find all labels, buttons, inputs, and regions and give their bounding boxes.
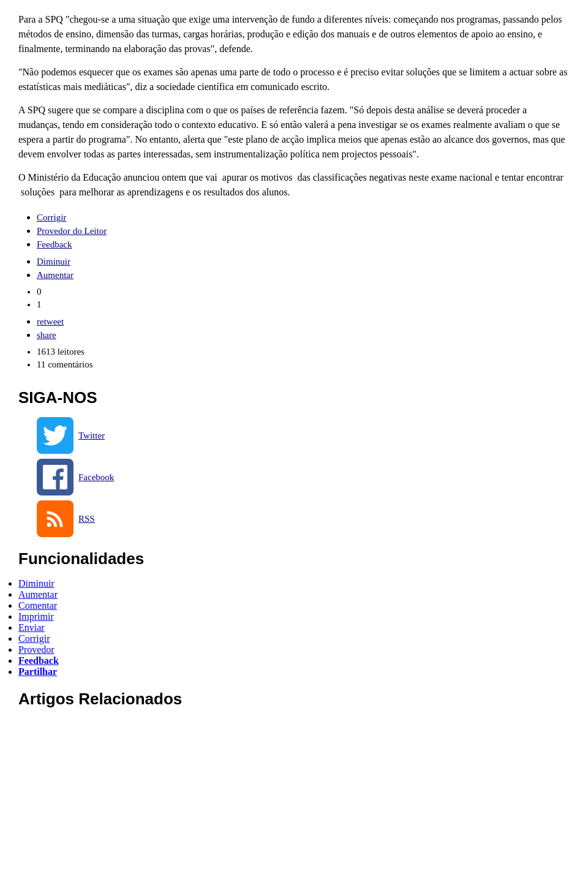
list-item: Partilhar bbox=[18, 666, 570, 677]
list-item: Aumentar bbox=[37, 269, 570, 281]
list-item: Diminuir bbox=[18, 578, 570, 589]
diminuir-link-2[interactable]: Diminuir bbox=[18, 578, 55, 589]
funcionalidades-section: Funcionalidades Diminuir Aumentar Coment… bbox=[18, 549, 570, 677]
twitter-icon bbox=[37, 417, 74, 454]
imprimir-link[interactable]: Imprimir bbox=[18, 611, 54, 622]
list-item: Enviar bbox=[18, 622, 570, 633]
diminuir-link-1[interactable]: Diminuir bbox=[37, 257, 70, 266]
comentarios-stat: 11 comentários bbox=[37, 360, 570, 370]
list-item: Feedback bbox=[37, 239, 570, 250]
twitter-link[interactable]: Twitter bbox=[78, 431, 105, 441]
rss-link[interactable]: RSS bbox=[78, 514, 95, 524]
links-group-3: retweet share bbox=[18, 316, 570, 341]
retweet-link[interactable]: retweet bbox=[37, 317, 64, 326]
links-group-1: Corrigir Provedor do Leitor Feedback bbox=[18, 212, 570, 250]
rss-icon bbox=[37, 500, 74, 537]
feedback-link-1[interactable]: Feedback bbox=[37, 239, 72, 249]
func-group-2: Comentar Imprimir Enviar bbox=[18, 600, 570, 633]
list-item: Imprimir bbox=[18, 611, 570, 622]
funcionalidades-heading: Funcionalidades bbox=[18, 549, 570, 568]
links-group-2: Diminuir Aumentar bbox=[18, 256, 570, 281]
feedback-link-2[interactable]: Feedback bbox=[18, 655, 59, 666]
stats-list: 1613 leitores 11 comentários bbox=[18, 347, 570, 370]
paragraph-2: "Não podemos esquecer que os exames são … bbox=[18, 65, 570, 94]
list-item: Aumentar bbox=[18, 589, 570, 600]
twitter-list-item: Twitter bbox=[37, 417, 570, 454]
share-link[interactable]: share bbox=[37, 330, 56, 340]
count-1: 1 bbox=[37, 299, 570, 310]
provedor-leitor-link[interactable]: Provedor do Leitor bbox=[37, 226, 107, 236]
list-item: Feedback bbox=[18, 655, 570, 666]
social-list: Twitter Facebook RSS bbox=[18, 417, 570, 537]
corrigir-link-2[interactable]: Corrigir bbox=[18, 633, 50, 644]
comentar-link[interactable]: Comentar bbox=[18, 600, 57, 611]
paragraph-1: Para a SPQ "chegou-se a uma situação que… bbox=[18, 12, 570, 56]
facebook-icon bbox=[37, 459, 74, 495]
links-section: Corrigir Provedor do Leitor Feedback Dim… bbox=[18, 212, 570, 370]
counts-list: 0 1 bbox=[18, 287, 570, 310]
article-body: Para a SPQ "chegou-se a uma situação que… bbox=[18, 12, 570, 200]
aumentar-link-2[interactable]: Aumentar bbox=[18, 589, 58, 600]
list-item: share bbox=[37, 330, 570, 341]
facebook-link[interactable]: Facebook bbox=[78, 472, 114, 483]
list-item: Corrigir bbox=[18, 633, 570, 644]
paragraph-4: O Ministério da Educação anunciou ontem … bbox=[18, 170, 570, 200]
siga-nos-heading: SIGA-NOS bbox=[18, 388, 570, 407]
provedor-link[interactable]: Provedor bbox=[18, 644, 55, 655]
paragraph-3: A SPQ sugere que se compare a disciplina… bbox=[18, 103, 570, 162]
count-0: 0 bbox=[37, 287, 570, 297]
leitores-stat: 1613 leitores bbox=[37, 347, 570, 357]
list-item: Comentar bbox=[18, 600, 570, 611]
aumentar-link-1[interactable]: Aumentar bbox=[37, 270, 74, 280]
list-item: Diminuir bbox=[37, 256, 570, 267]
corrigir-link[interactable]: Corrigir bbox=[37, 213, 66, 222]
rss-list-item: RSS bbox=[37, 500, 570, 537]
func-group-3: Corrigir Provedor Feedback Partilhar bbox=[18, 633, 570, 677]
list-item: Provedor do Leitor bbox=[37, 225, 570, 236]
list-item: Corrigir bbox=[37, 212, 570, 223]
list-item: retweet bbox=[37, 316, 570, 327]
func-group-1: Diminuir Aumentar bbox=[18, 578, 570, 600]
artigos-heading: Artigos Relacionados bbox=[18, 690, 570, 709]
facebook-list-item: Facebook bbox=[37, 459, 570, 495]
list-item: Provedor bbox=[18, 644, 570, 655]
siga-nos-section: SIGA-NOS Twitter Facebook bbox=[18, 388, 570, 537]
artigos-relacionados-section: Artigos Relacionados bbox=[18, 690, 570, 709]
partilhar-link[interactable]: Partilhar bbox=[18, 666, 57, 677]
enviar-link[interactable]: Enviar bbox=[18, 622, 45, 633]
